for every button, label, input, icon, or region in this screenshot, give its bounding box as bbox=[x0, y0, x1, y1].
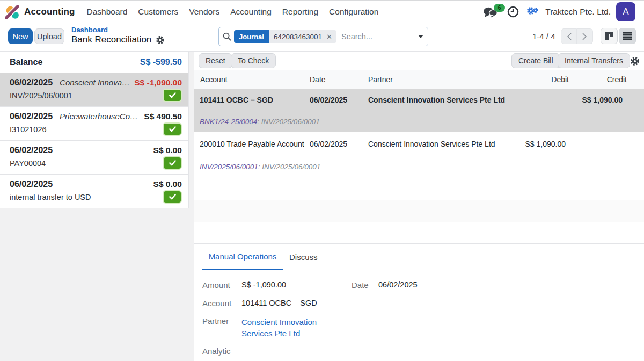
validate-check-button[interactable] bbox=[164, 90, 181, 101]
line-date: 06/02/2025 bbox=[10, 78, 53, 88]
list-view-icon bbox=[623, 32, 632, 40]
line-label: INV/2025/06/0001 bbox=[10, 91, 72, 100]
account-value[interactable]: 101411 OCBC – SGD bbox=[241, 299, 317, 307]
control-panel: New Upload Dashboard Bank Reconciliation… bbox=[0, 23, 644, 52]
analytic-label: Analytic bbox=[202, 346, 231, 356]
statement-line-item[interactable]: 06/02/2025 S$ 0.00 PAY00004 bbox=[0, 140, 188, 174]
move-line-row[interactable]: 101411 OCBC – SGD 06/02/2025 Conscient I… bbox=[194, 89, 644, 111]
move-line-subrow[interactable]: BNK1/24-25/0004: INV/2025/06/0001 bbox=[194, 111, 644, 132]
menu-vendors[interactable]: Vendors bbox=[184, 7, 225, 17]
company-switcher[interactable]: Traktech Pte. Ltd. bbox=[545, 7, 611, 17]
cell-account: 200010 Trade Payable Account bbox=[200, 132, 304, 156]
to-check-button[interactable]: To Check bbox=[231, 53, 276, 68]
menu-configuration[interactable]: Configuration bbox=[324, 7, 384, 17]
kanban-view-button[interactable] bbox=[601, 28, 618, 44]
move-reference-rest: : INV/2025/06/0001 bbox=[258, 163, 320, 171]
reconciliation-main: Reset To Check Create Bill Internal Tran… bbox=[194, 52, 644, 361]
facet-remove-icon[interactable]: ✕ bbox=[325, 30, 336, 43]
validate-check-button[interactable] bbox=[164, 157, 181, 169]
line-amount: S$ 0.00 bbox=[153, 146, 182, 155]
messages-icon[interactable]: 6 bbox=[482, 5, 499, 19]
header-credit[interactable]: Credit bbox=[557, 70, 627, 89]
header-account[interactable]: Account bbox=[200, 70, 228, 89]
toolbar-gear-icon[interactable] bbox=[631, 57, 639, 66]
line-date: 06/02/2025 bbox=[10, 146, 53, 155]
pager-range: 1-4 / 4 bbox=[532, 28, 555, 44]
move-reference-link[interactable]: BNK1/24-25/0004 bbox=[200, 118, 257, 126]
statement-line-item[interactable]: 06/02/2025 PricewaterhouseCoopers S$ 490… bbox=[0, 106, 188, 140]
reset-button[interactable]: Reset bbox=[199, 53, 232, 68]
activities-clock-icon[interactable] bbox=[507, 6, 519, 18]
notebook-tabs: Manual Operations Discuss bbox=[194, 244, 644, 270]
balance-row: Balance S$ -599.50 bbox=[0, 52, 188, 73]
search-input[interactable] bbox=[341, 32, 413, 41]
view-settings-gear-icon[interactable] bbox=[156, 36, 164, 44]
menu-customers[interactable]: Customers bbox=[133, 7, 184, 17]
search-facet: Journal 642083463001 ✕ bbox=[234, 30, 336, 43]
cell-partner: Conscient Innovation Services Pte Ltd bbox=[368, 89, 505, 111]
search-dropdown-toggle[interactable] bbox=[413, 27, 428, 46]
cell-account: 101411 OCBC – SGD bbox=[200, 89, 273, 111]
user-avatar[interactable]: A bbox=[616, 2, 635, 21]
pager-previous-button[interactable] bbox=[561, 28, 577, 44]
odoo-logo-icon[interactable] bbox=[5, 5, 19, 19]
settings-gears-icon[interactable] bbox=[527, 7, 538, 17]
main-menu: Dashboard Customers Vendors Accounting R… bbox=[82, 7, 384, 17]
statement-line-item[interactable]: 06/02/2025 Conscient Innovation Services… bbox=[0, 73, 188, 106]
balance-value: S$ -599.50 bbox=[140, 57, 182, 67]
systray: 6 Traktech Pte. Ltd. A bbox=[482, 2, 644, 21]
reconciliation-toolbar: Reset To Check Create Bill Internal Tran… bbox=[194, 52, 644, 70]
line-amount: S$ -1,090.00 bbox=[134, 78, 182, 88]
tab-manual-operations[interactable]: Manual Operations bbox=[202, 244, 283, 270]
menu-dashboard[interactable]: Dashboard bbox=[82, 7, 133, 17]
move-line-subrow[interactable]: INV/2025/06/0001: INV/2025/06/0001 bbox=[194, 156, 644, 178]
header-partner[interactable]: Partner bbox=[368, 70, 393, 89]
row-divider bbox=[194, 222, 644, 222]
facet-journal-label[interactable]: Journal bbox=[234, 30, 269, 43]
account-label: Account bbox=[202, 299, 231, 308]
partner-value-link[interactable]: Conscient Innovation Services Pte Ltd bbox=[241, 316, 327, 339]
breadcrumb-dashboard-link[interactable]: Dashboard bbox=[71, 26, 164, 34]
bank-reconciliation-page: Accounting Dashboard Customers Vendors A… bbox=[0, 0, 644, 361]
amount-value[interactable]: S$ -1,090.00 bbox=[241, 280, 286, 289]
pager-next-button[interactable] bbox=[577, 28, 593, 44]
line-amount: S$ 0.00 bbox=[153, 179, 182, 189]
tab-discuss[interactable]: Discuss bbox=[288, 244, 319, 270]
move-reference-link[interactable]: INV/2025/06/0001 bbox=[200, 163, 258, 171]
app-name[interactable]: Accounting bbox=[24, 6, 75, 17]
move-line-row[interactable]: 200010 Trade Payable Account 06/02/2025 … bbox=[194, 132, 644, 156]
statement-line-item[interactable]: 06/02/2025 S$ 0.00 internal transfer to … bbox=[0, 174, 188, 208]
line-label: internal transfer to USD bbox=[10, 193, 91, 201]
empty-row bbox=[194, 200, 644, 222]
upload-button[interactable]: Upload bbox=[34, 28, 64, 44]
cell-partner: Conscient Innovation Services Pte Ltd bbox=[368, 132, 495, 156]
date-value[interactable]: 06/02/2025 bbox=[378, 280, 418, 289]
line-partner: Conscient Innovation Services Pte Ltd bbox=[60, 78, 130, 87]
line-amount: S$ 490.50 bbox=[144, 112, 182, 121]
row-divider bbox=[194, 178, 644, 178]
menu-accounting[interactable]: Accounting bbox=[225, 7, 277, 17]
header-date[interactable]: Date bbox=[310, 70, 326, 89]
search-bar: Journal 642083463001 ✕ bbox=[218, 27, 428, 46]
date-label: Date bbox=[352, 280, 369, 290]
cell-date: 06/02/2025 bbox=[310, 132, 347, 156]
internal-transfers-button[interactable]: Internal Transfers bbox=[558, 53, 630, 68]
search-icon bbox=[223, 32, 231, 41]
page-title: Bank Reconciliation bbox=[71, 34, 151, 46]
menu-reporting[interactable]: Reporting bbox=[277, 7, 324, 17]
kanban-view-icon bbox=[605, 32, 613, 40]
partner-label: Partner bbox=[202, 316, 229, 326]
validate-check-button[interactable] bbox=[164, 191, 181, 203]
balance-label: Balance bbox=[10, 57, 42, 67]
line-label: I31021026 bbox=[10, 125, 47, 134]
line-date: 06/02/2025 bbox=[10, 179, 53, 189]
top-navbar: Accounting Dashboard Customers Vendors A… bbox=[0, 0, 644, 23]
line-partner: PricewaterhouseCoopers bbox=[60, 112, 140, 121]
validate-check-button[interactable] bbox=[164, 124, 181, 135]
moves-table-header: Account Date Partner Debit Credit bbox=[194, 70, 644, 89]
list-view-button[interactable] bbox=[619, 28, 636, 44]
cell-date: 06/02/2025 bbox=[310, 89, 347, 111]
new-button[interactable]: New bbox=[8, 28, 33, 44]
create-bill-button[interactable]: Create Bill bbox=[511, 53, 560, 68]
cell-credit: S$ 1,090.00 bbox=[553, 89, 623, 111]
